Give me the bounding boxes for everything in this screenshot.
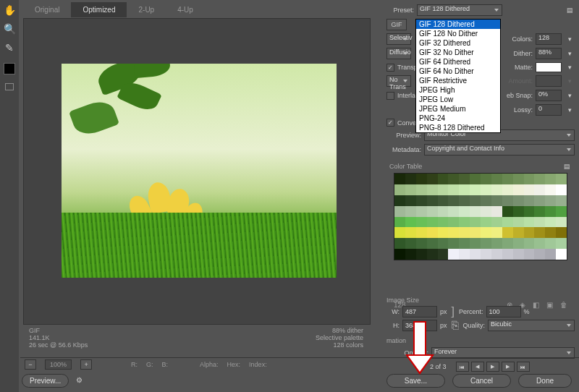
color-swatch[interactable]	[513, 217, 524, 228]
color-swatch[interactable]	[394, 184, 405, 195]
color-swatch[interactable]	[438, 184, 449, 195]
color-swatch[interactable]	[556, 174, 567, 184]
tab-original[interactable]: Original	[23, 2, 71, 17]
color-swatch[interactable]	[416, 184, 427, 195]
color-swatch[interactable]	[502, 206, 513, 217]
color-swatch[interactable]	[405, 227, 416, 238]
color-swatch[interactable]	[524, 184, 535, 195]
trans-dither-select[interactable]: No Trans	[386, 75, 411, 87]
color-swatch[interactable]	[459, 174, 470, 184]
color-swatch[interactable]	[481, 238, 491, 249]
color-swatch[interactable]	[534, 174, 545, 184]
color-swatch[interactable]	[556, 206, 567, 217]
color-swatch[interactable]	[502, 238, 513, 249]
color-swatch[interactable]	[513, 227, 524, 238]
color-swatch[interactable]	[534, 217, 545, 228]
panel-menu-icon[interactable]: ▤	[562, 163, 572, 170]
interlaced-checkbox[interactable]	[386, 92, 394, 100]
color-swatch[interactable]	[556, 195, 567, 206]
color-swatch[interactable]	[534, 249, 545, 260]
color-swatch[interactable]	[534, 184, 545, 195]
metadata-select[interactable]: Copyright and Contact Info	[424, 144, 575, 155]
preset-option[interactable]: GIF 128 No Dither	[416, 29, 500, 38]
preset-option[interactable]: GIF Restrictive	[416, 76, 500, 85]
hand-tool-icon[interactable]: ✋	[3, 4, 16, 17]
colors-input[interactable]: 128	[536, 33, 562, 45]
color-swatch[interactable]	[491, 227, 502, 238]
preset-option[interactable]: JPEG Low	[416, 95, 500, 104]
color-swatch[interactable]	[524, 206, 535, 217]
tab-optimized[interactable]: Optimized	[71, 2, 127, 17]
color-swatch[interactable]	[502, 227, 513, 238]
panel-menu-icon[interactable]: ▤	[565, 7, 575, 14]
color-swatch[interactable]	[470, 227, 481, 238]
color-swatch[interactable]	[534, 227, 545, 238]
color-swatch[interactable]	[405, 184, 416, 195]
color-swatch[interactable]	[545, 184, 556, 195]
color-swatch[interactable]	[524, 195, 535, 206]
chevron-down-icon[interactable]: ▾	[565, 64, 575, 71]
color-swatch[interactable]	[394, 217, 405, 228]
color-swatch[interactable]	[545, 195, 556, 206]
color-swatch[interactable]	[556, 238, 567, 249]
tab-4up[interactable]: 4-Up	[166, 2, 205, 17]
color-swatch[interactable]	[556, 249, 567, 260]
save-button[interactable]: Save...	[386, 374, 445, 388]
color-swatch[interactable]	[427, 238, 438, 249]
color-swatch[interactable]	[394, 206, 405, 217]
preset-option[interactable]: JPEG High	[416, 85, 500, 95]
color-swatch[interactable]	[470, 184, 481, 195]
color-swatch[interactable]	[481, 206, 491, 217]
color-swatch[interactable]	[427, 217, 438, 228]
websnap-input[interactable]: 0%	[536, 90, 562, 101]
palette-type-select[interactable]: Selectiv	[386, 33, 411, 45]
link-bracket-icon[interactable]: ]	[450, 308, 456, 315]
color-swatch[interactable]	[481, 217, 491, 228]
preset-option[interactable]: JPEG Medium	[416, 104, 500, 114]
color-swatch[interactable]	[470, 238, 481, 249]
color-swatch[interactable]	[545, 249, 556, 260]
color-swatch[interactable]	[448, 217, 459, 228]
color-swatch[interactable]	[524, 217, 535, 228]
color-swatch[interactable]	[427, 249, 438, 260]
color-swatch[interactable]	[481, 249, 491, 260]
color-swatch[interactable]	[459, 227, 470, 238]
color-swatch[interactable]	[502, 184, 513, 195]
color-swatch[interactable]	[427, 174, 438, 184]
color-swatch[interactable]	[416, 238, 427, 249]
color-swatch[interactable]	[524, 249, 535, 260]
matte-swatch[interactable]	[536, 62, 562, 72]
color-swatch[interactable]	[524, 174, 535, 184]
color-swatch[interactable]	[491, 174, 502, 184]
preview-button[interactable]: Preview...	[22, 374, 69, 388]
link-icon[interactable]: ⎘	[450, 322, 460, 329]
color-swatch[interactable]	[534, 206, 545, 217]
color-swatch[interactable]	[481, 184, 491, 195]
color-swatch[interactable]	[438, 249, 449, 260]
color-swatch[interactable]	[448, 227, 459, 238]
color-swatch[interactable]	[513, 249, 524, 260]
preview-canvas[interactable]	[23, 18, 371, 325]
dither-type-select[interactable]: Diffusio	[386, 48, 411, 59]
color-swatch[interactable]	[459, 195, 470, 206]
tab-2up[interactable]: 2-Up	[127, 2, 166, 17]
color-swatch[interactable]	[394, 227, 405, 238]
color-swatch[interactable]	[470, 249, 481, 260]
color-swatch[interactable]	[502, 195, 513, 206]
zoom-tool-icon[interactable]: 🔍	[3, 22, 16, 35]
color-swatch[interactable]	[459, 206, 470, 217]
color-swatch[interactable]	[405, 195, 416, 206]
cancel-button[interactable]: Cancel	[452, 374, 511, 388]
srgb-checkbox[interactable]	[386, 119, 394, 127]
color-swatch[interactable]	[427, 227, 438, 238]
chevron-down-icon[interactable]: ▾	[565, 50, 575, 57]
color-swatch[interactable]	[491, 206, 502, 217]
color-swatch[interactable]	[427, 206, 438, 217]
preset-option[interactable]: GIF 32 Dithered	[416, 38, 500, 48]
color-swatch[interactable]	[481, 174, 491, 184]
height-input[interactable]	[402, 320, 437, 331]
zoom-out-button[interactable]: −	[25, 359, 36, 370]
color-swatch[interactable]	[459, 238, 470, 249]
browser-icon[interactable]: ⚙	[76, 376, 86, 386]
color-swatch[interactable]	[416, 227, 427, 238]
